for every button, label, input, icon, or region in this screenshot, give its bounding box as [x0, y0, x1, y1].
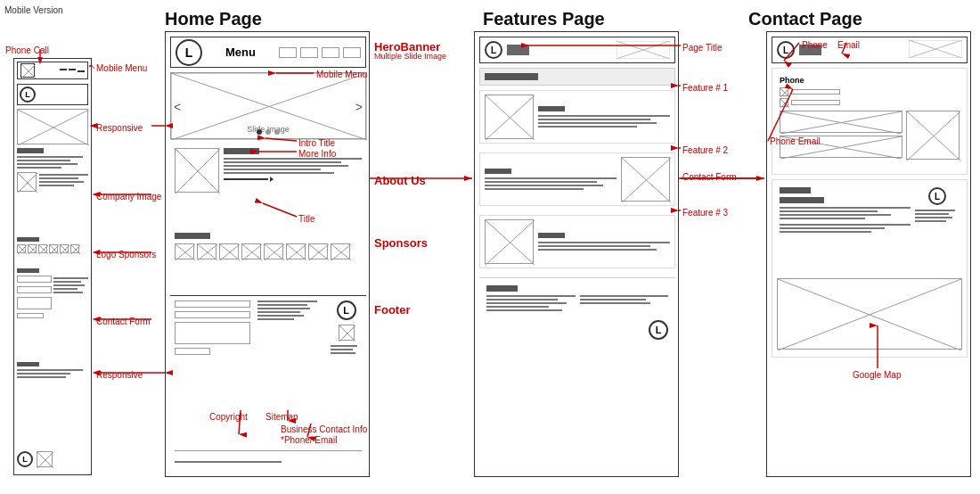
responsive2-annotation: Responsive	[96, 370, 143, 380]
contact-form-label-features: Contact Form	[682, 172, 737, 182]
copyright-annotation: Copyright	[209, 412, 248, 422]
features-page-title: Features Page	[483, 9, 605, 29]
page-title-annotation: Page Title	[682, 43, 722, 53]
mobile-menu-home-annotation: Mobile Menu	[316, 70, 367, 79]
feature3-annotation: Feature # 3	[682, 208, 728, 218]
phone-call-label: Phone Call	[5, 45, 49, 55]
email-contact-label: Email	[837, 40, 860, 50]
phone-section-label: Phone	[780, 76, 960, 85]
mobile-version-label: Mobile Version	[4, 4, 63, 15]
sitemap-annotation: Sitemap	[265, 412, 298, 422]
about-us-label: About Us	[374, 174, 426, 187]
phone-email-contact-annotation: Phone Email	[770, 136, 821, 146]
sponsors-label: Sponsors	[374, 236, 428, 250]
google-map-annotation: Google Map	[853, 370, 901, 380]
features-page-wireframe: L	[474, 31, 679, 477]
biz-contact-annotation: Business Contact Info	[281, 424, 367, 434]
mobile-wireframe: L	[13, 58, 92, 475]
intro-title-annotation: Intro Title	[298, 138, 335, 148]
footer-label: Footer	[374, 303, 410, 317]
contact-page-title: Contact Page	[748, 9, 862, 29]
company-image-annotation: Company Image	[96, 192, 161, 202]
multiple-slide-label: Multiple Slide Image	[374, 52, 446, 61]
home-menu-label: Menu	[207, 45, 274, 59]
feature2-annotation: Feature # 2	[682, 145, 728, 155]
more-info-annotation: More Info	[298, 149, 336, 159]
responsive1-annotation: Responsive	[96, 123, 143, 133]
contact-logo: L	[777, 41, 795, 59]
home-logo: L	[176, 39, 202, 66]
title-annotation: Title	[298, 214, 315, 224]
mobile-logo: L	[20, 86, 36, 103]
logo-sponsors-annotation: Logo Sponsors	[96, 250, 156, 259]
home-page-title: Home Page	[165, 9, 262, 29]
feature1-annotation: Feature # 1	[682, 83, 728, 93]
phone-email-annotation: *Phone/ Email	[281, 435, 337, 445]
contact-page-wireframe: L Phone	[766, 31, 971, 477]
mobile-menu-annotation: Mobile Menu	[96, 63, 147, 73]
home-page-wireframe: L Menu < > Slide Image	[165, 31, 370, 477]
phone-contact-label: Phone	[802, 40, 828, 50]
contact-form-mobile-annotation: Contact Form	[96, 317, 151, 326]
features-logo: L	[485, 41, 502, 59]
